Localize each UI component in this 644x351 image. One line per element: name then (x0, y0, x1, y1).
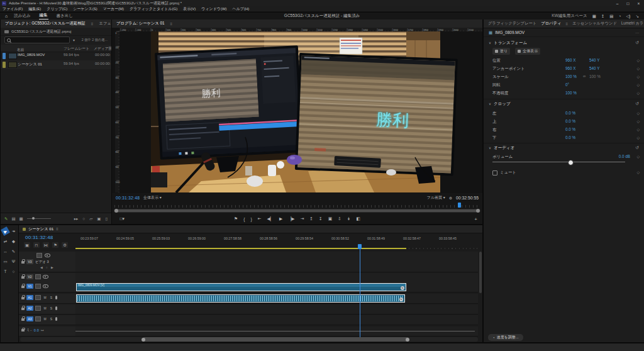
track-target-v2[interactable]: V2 (26, 274, 33, 279)
thumbnail-zoom-slider[interactable] (27, 218, 51, 219)
scale-y-value[interactable]: 100 % (589, 74, 601, 79)
play-icon[interactable]: ▶ (279, 216, 282, 221)
lift-icon[interactable]: ↥ (309, 216, 313, 221)
more-icon[interactable]: ⋯ (635, 30, 639, 35)
zoom-level-dropdown[interactable]: 全体表示 ▾ (143, 195, 162, 201)
mark-out-icon[interactable]: } (250, 217, 252, 221)
source-patch-icon[interactable] (35, 284, 41, 289)
search-input[interactable] (4, 36, 70, 43)
workspaces-icon[interactable]: ▦ (592, 14, 596, 19)
timeline-ruler[interactable]: 00:23:59:0700:24:59:0500:25:59:0300:26:5… (75, 234, 478, 249)
opacity-value[interactable]: 100 % (565, 91, 577, 95)
tab-essential-sound[interactable]: エッセンシャルサウンド (572, 21, 617, 26)
writable-toggle-icon[interactable]: ✎ (4, 216, 8, 221)
track-target-a1[interactable]: A1 (26, 295, 33, 300)
mute-track-button[interactable]: M (43, 317, 47, 321)
crop-top-value[interactable]: 0.0 % (565, 119, 575, 123)
tab-graphics-templates[interactable]: グラフィックテンプレート (488, 21, 536, 26)
track-lane-a2[interactable] (75, 304, 478, 315)
filter-icon[interactable]: ▾ (73, 38, 75, 42)
go-to-in-icon[interactable]: ⇤ (258, 216, 262, 221)
rectangle-tool[interactable]: ▭ (2, 258, 9, 265)
menu-item-3[interactable]: シーケンス(S) (73, 6, 97, 12)
scale-value[interactable]: 100 % (565, 74, 577, 79)
toggle-track-output-icon[interactable] (45, 254, 50, 258)
crop-bottom-value[interactable]: 0.0 % (565, 135, 575, 140)
type-tool[interactable]: T (2, 268, 9, 275)
slip-tool[interactable]: ↔ (2, 248, 9, 255)
column-media-start[interactable]: メディア開... (94, 46, 111, 52)
prev-keyframe-icon[interactable]: ◀ (40, 265, 43, 269)
reset-audio-icon[interactable]: ↺ (636, 145, 639, 150)
track-target-a3[interactable]: A3 (26, 316, 33, 321)
column-framerate[interactable]: フレームレート (64, 46, 89, 52)
keyframe-toggle-icon[interactable]: ◇ (636, 74, 640, 79)
monitor-playhead[interactable] (458, 203, 461, 208)
link-scale-icon[interactable]: ∞ (583, 74, 586, 78)
panel-menu-icon[interactable]: ≡ (170, 22, 173, 26)
project-item-sequence01[interactable]: シーケンス 01 59.94 fps 00:00:00: (1, 60, 111, 69)
track-lane-master[interactable] (75, 326, 478, 337)
source-patch-icon[interactable] (35, 295, 41, 300)
keyframe-toggle-icon[interactable]: ◇ (636, 154, 640, 159)
maximize-frame-icon[interactable]: ↘ (636, 14, 639, 19)
toggle-track-output-icon[interactable] (43, 284, 48, 289)
track-lock-icon[interactable] (21, 329, 25, 332)
tab-effects[interactable]: エフェクト (99, 21, 111, 26)
audio-hardware-icon[interactable]: ◁) (626, 14, 630, 19)
solo-track-button[interactable]: S (49, 296, 53, 299)
project-item-img0809[interactable]: IMG_0809.MOV 59.94 fps 00:00:00: (1, 52, 111, 60)
track-lock-icon[interactable] (21, 308, 25, 310)
reset-crop-icon[interactable]: ↺ (636, 101, 639, 106)
timeline-timecode[interactable]: 00:31:32:48 (25, 235, 53, 240)
selection-tool[interactable]: ▶ (1, 226, 10, 236)
solo-track-button[interactable]: S (49, 306, 53, 310)
pen-tool[interactable]: ✎ (10, 248, 17, 255)
icon-view-icon[interactable]: ▦ (19, 216, 23, 221)
tab-program[interactable]: プログラム: シーケンス 01 (116, 21, 165, 26)
ripple-edit-tool[interactable]: ⇄ (2, 238, 9, 245)
find-icon[interactable]: ○ (82, 216, 85, 221)
position-y-value[interactable]: 540 Y (589, 58, 599, 62)
razor-tool[interactable]: ◆ (10, 238, 17, 245)
menu-item-7[interactable]: ウィンドウ(W) (201, 6, 226, 12)
snap-icon[interactable]: ⊓ (33, 242, 40, 248)
keyframe-toggle-icon[interactable]: ◇ (636, 58, 640, 62)
new-item-icon[interactable]: ▣ (97, 216, 101, 221)
keyframe-toggle-icon[interactable]: ◇ (636, 127, 640, 131)
panel-menu-icon[interactable]: ≡ (91, 22, 94, 26)
current-timecode[interactable]: 00:31:32:48 (116, 196, 140, 200)
progress-icon[interactable]: ◔ (618, 14, 621, 19)
timeline-clip-audio[interactable]: fx (76, 294, 405, 303)
mute-track-button[interactable]: M (43, 306, 47, 310)
label-color-chip[interactable] (3, 62, 6, 68)
monitor-settings-icon[interactable]: ⚙ (449, 196, 452, 200)
track-lane-v2[interactable] (75, 273, 478, 283)
track-lane-a1[interactable]: fx (75, 294, 478, 304)
mute-track-button[interactable]: M (43, 296, 47, 299)
timeline-vertical-scrollbar[interactable] (479, 252, 482, 293)
panel-menu-icon[interactable]: ≡ (56, 227, 58, 231)
track-lock-icon[interactable] (21, 261, 25, 264)
button-editor-icon[interactable]: + (474, 216, 477, 222)
keyframe-toggle-icon[interactable]: ◇ (636, 170, 640, 174)
insert-icon[interactable]: ⇩ (338, 216, 341, 221)
rotation-value[interactable]: 0° (565, 82, 569, 87)
close-button[interactable]: × (633, 1, 644, 6)
monitor-scrollbar[interactable] (114, 209, 480, 213)
section-crop[interactable]: ∨ クロップ ↺ (484, 100, 644, 108)
track-target-v3[interactable]: V3 (26, 259, 33, 264)
mute-checkbox[interactable] (492, 170, 497, 176)
clear-icon[interactable]: ▯ (105, 216, 108, 221)
export-frame-icon[interactable]: ▣ (328, 216, 332, 221)
zoom-tool[interactable]: ○ (10, 268, 17, 275)
step-back-icon[interactable]: ◀▏ (267, 216, 273, 221)
timeline-settings-icon[interactable]: ⚙ (62, 242, 68, 248)
volume-slider[interactable] (492, 159, 625, 164)
keyframe-toggle-icon[interactable]: ◇ (636, 119, 640, 123)
master-volume-value[interactable]: 0.0 (34, 328, 39, 332)
master-volume-line[interactable] (75, 331, 475, 332)
tab-lumetri-color[interactable]: Lumetri カラー (621, 21, 644, 26)
menu-item-1[interactable]: 編集(E) (28, 6, 41, 12)
quick-export-icon[interactable]: ↥ (601, 14, 604, 19)
